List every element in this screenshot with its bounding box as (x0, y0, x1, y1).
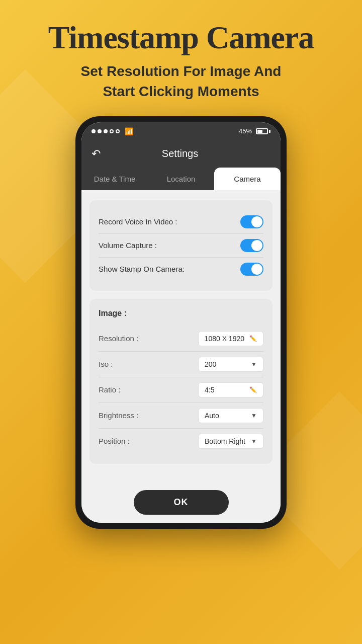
battery-fill (257, 130, 262, 133)
settings-content: Record Voice In Video : Volume Capture :… (81, 190, 281, 482)
app-title: Timestamp Camera (15, 20, 347, 55)
signal-indicator: 📶 (92, 127, 133, 135)
tab-location[interactable]: Location (148, 168, 214, 190)
pencil-icon-ratio: ✏️ (249, 386, 257, 393)
status-bar: 📶 45% (81, 122, 281, 140)
iso-label: Iso : (99, 360, 113, 368)
back-button[interactable]: ↶ (92, 147, 101, 160)
iso-selector[interactable]: 200 ▼ (198, 357, 263, 372)
brightness-label: Brightness : (99, 411, 138, 420)
brightness-row: Brightness : Auto ▼ (99, 403, 263, 429)
phone-screen: 📶 45% ↶ Settings (81, 122, 281, 523)
ok-button[interactable]: OK (134, 490, 229, 515)
resolution-label: Resolution : (99, 334, 138, 343)
iso-row: Iso : 200 ▼ (99, 352, 263, 377)
show-stamp-toggle[interactable] (240, 263, 263, 276)
ratio-label: Ratio : (99, 385, 120, 394)
toggle-row-show-stamp: Show Stamp On Camera: (99, 258, 263, 281)
ratio-value: 4:5 (205, 386, 214, 394)
show-stamp-label: Show Stamp On Camera: (99, 265, 185, 273)
record-voice-toggle[interactable] (240, 215, 263, 228)
signal-dot-4 (110, 129, 114, 133)
chevron-down-icon-brightness: ▼ (251, 412, 257, 419)
tab-date-time[interactable]: Date & Time (81, 168, 148, 190)
brightness-value: Auto (205, 412, 219, 420)
record-voice-label: Record Voice In Video : (99, 217, 177, 226)
toggle-row-record-voice: Record Voice In Video : (99, 210, 263, 234)
resolution-value: 1080 X 1920 (205, 335, 244, 343)
status-right: 45% (239, 127, 270, 135)
resolution-selector[interactable]: 1080 X 1920 ✏️ (198, 331, 263, 346)
resolution-row: Resolution : 1080 X 1920 ✏️ (99, 326, 263, 352)
app-header: ↶ Settings (81, 140, 281, 168)
battery-tip (269, 130, 270, 133)
signal-dot-1 (92, 129, 96, 133)
battery-body (256, 128, 268, 134)
signal-dot-2 (98, 129, 102, 133)
wifi-icon: 📶 (125, 127, 133, 135)
app-subtitle: Set Resolution For Image And Start Click… (15, 61, 347, 101)
ok-area: OK (81, 482, 281, 523)
ratio-row: Ratio : 4:5 ✏️ (99, 377, 263, 403)
image-section-title: Image : (99, 309, 263, 318)
phone-body: 📶 45% ↶ Settings (75, 116, 287, 529)
signal-dot-5 (116, 129, 120, 133)
chevron-down-icon-iso: ▼ (251, 361, 257, 368)
chevron-down-icon-position: ▼ (251, 438, 257, 445)
position-selector[interactable]: Bottom Right ▼ (198, 434, 263, 449)
tab-bar: Date & Time Location Camera (81, 168, 281, 190)
position-value: Bottom Right (205, 437, 245, 445)
pencil-icon-resolution: ✏️ (249, 335, 257, 342)
screen-title: Settings (109, 148, 251, 159)
ratio-selector[interactable]: 4:5 ✏️ (198, 382, 263, 397)
battery-indicator (256, 128, 270, 134)
tab-camera[interactable]: Camera (214, 168, 281, 190)
signal-dot-3 (104, 129, 108, 133)
battery-percent: 45% (239, 127, 252, 135)
volume-capture-label: Volume Capture : (99, 241, 157, 250)
toggle-row-volume-capture: Volume Capture : (99, 234, 263, 258)
volume-capture-toggle[interactable] (240, 239, 263, 252)
position-row: Position : Bottom Right ▼ (99, 429, 263, 454)
image-section-card: Image : Resolution : 1080 X 1920 ✏️ Iso … (89, 299, 273, 464)
iso-value: 200 (205, 360, 216, 368)
page-header: Timestamp Camera Set Resolution For Imag… (0, 0, 362, 111)
toggles-card: Record Voice In Video : Volume Capture :… (89, 200, 273, 291)
position-label: Position : (99, 437, 130, 445)
brightness-selector[interactable]: Auto ▼ (198, 408, 263, 423)
